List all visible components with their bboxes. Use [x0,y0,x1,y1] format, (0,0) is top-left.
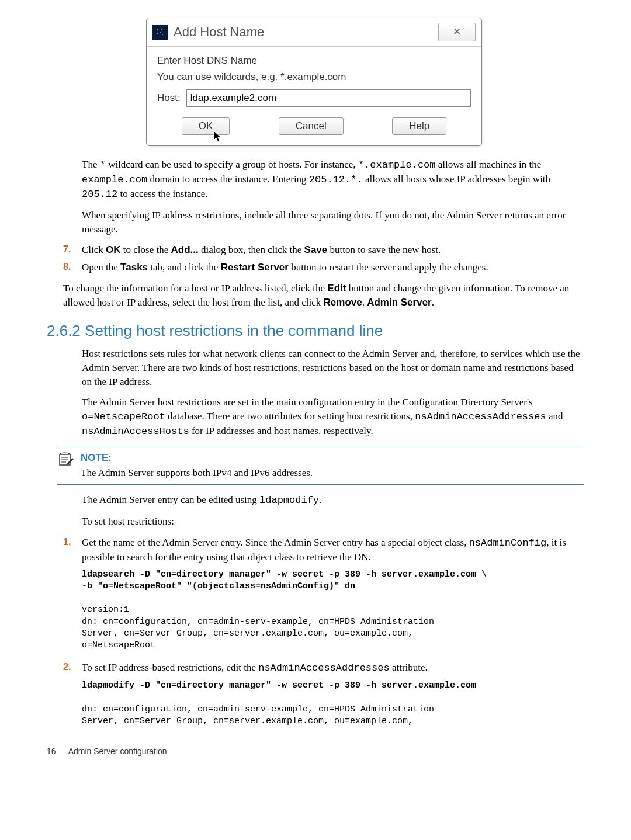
svg-point-4 [157,33,158,34]
footer-title: Admin Server configuration [68,747,167,756]
help-button[interactable]: Help [392,117,446,135]
text: To set IP address-based restrictions, ed… [82,662,258,673]
note-rule-bottom [57,484,584,485]
note-label: NOTE: [81,451,313,465]
step-number: 8. [63,261,82,275]
steps-list: 7. Click OK to close the Add... dialog b… [63,243,584,275]
host-input[interactable] [186,89,471,107]
code-text: nsAdminAccessAddresses [415,411,546,422]
text: database. There are two attributes for s… [165,411,415,422]
text: The [82,159,100,170]
code-plain: version:1 dn: cn=configuration, cn=admin… [82,605,434,650]
ok-button[interactable]: OK [182,117,230,135]
bold-text: Edit [327,283,346,294]
cancel-rest: ancel [303,120,327,131]
paragraph-edit-remove: To change the information for a host or … [63,282,584,310]
dialog-instruction-1: Enter Host DNS Name [157,54,471,68]
code-text: 205.12.*. [309,174,363,185]
paragraph-host-restrictions: Host restrictions sets rules for what ne… [82,347,584,388]
step-8: 8. Open the Tasks tab, and click the Res… [63,261,584,275]
numbered-step-1: 1. Get the name of the Admin Server entr… [63,536,584,656]
step-text: Open the Tasks tab, and click the Restar… [82,261,584,275]
code-text: o=NetscapeRoot [82,411,165,422]
paragraph-wildcard: The * wildcard can be used to specify a … [82,158,584,201]
text: button to save the new host. [327,244,441,255]
code-bold: ldapmodify -D "cn=directory manager" -w … [82,681,476,690]
host-label: Host: [157,91,181,105]
text: attribute. [390,662,428,673]
cancel-button[interactable]: Cancel [279,117,344,135]
text: domain to access the instance. Entering [147,173,309,185]
code-text: nsAdminAccessAddresses [258,662,389,674]
bold-text: Add... [171,244,199,255]
help-mnemonic: H [409,120,416,131]
ok-mnemonic: O [199,120,206,131]
text: . [362,297,367,308]
paragraph-to-set: To set host restrictions: [82,515,584,529]
page-footer: 16 Admin Server configuration [47,746,584,758]
note-block: NOTE: The Admin Server supports both IPv… [57,447,584,485]
note-text: The Admin Server supports both IPv4 and … [81,466,313,480]
text: button to restart the server and apply t… [289,262,488,273]
step-number: 7. [63,243,82,257]
text: dialog box, then click the [199,244,304,255]
text: tab, and click the [148,262,221,273]
svg-point-3 [160,32,161,33]
numbered-step-2: 2. To set IP address-based restrictions,… [63,661,584,732]
text: allows all hosts whose IP addresses begi… [363,173,550,185]
bold-text: Save [304,244,328,255]
text: to access the instance. [117,188,207,199]
code-text: example.com [82,174,147,185]
section-heading: 2.6.2 Setting host restrictions in the c… [47,320,584,341]
bold-text: Admin Server [367,297,432,308]
text: Click [82,244,106,255]
code-text: ldapmodify [259,495,319,506]
paragraph-ip-note: When specifying IP address restrictions,… [82,209,584,237]
step-number: 2. [63,661,82,732]
code-bold: ldapsearch -D "cn=directory manager" -w … [82,570,487,591]
text: . [432,297,434,308]
text: wildcard can be used to specify a group … [106,159,358,170]
text: Open the [82,262,120,273]
close-button[interactable]: ✕ [438,23,476,41]
bold-text: Tasks [120,262,148,273]
code-text: nsAdminConfig [469,537,547,549]
numbered-list: 1. Get the name of the Admin Server entr… [63,536,584,732]
dialog-titlebar: Add Host Name ✕ [147,18,481,47]
svg-point-5 [162,34,163,35]
code-block-2: ldapmodify -D "cn=directory manager" -w … [82,680,584,727]
dialog-body: Enter Host DNS Name You can use wildcard… [147,47,481,146]
code-plain: dn: cn=configuration, cn=admin-serv-exam… [82,704,434,726]
code-text: 205.12 [82,189,117,200]
bold-text: OK [106,244,121,255]
step-text: Click OK to close the Add... dialog box,… [82,243,584,257]
note-rule-top [57,447,584,447]
ok-rest: K [206,120,213,131]
text: for IP addresses and host names, respect… [189,425,373,436]
paragraph-config-entry: The Admin Server host restrictions are s… [82,395,584,438]
dialog-title: Add Host Name [174,23,438,41]
page-number: 16 [47,747,56,756]
step-7: 7. Click OK to close the Add... dialog b… [63,243,584,257]
text: Get the name of the Admin Server entry. … [82,537,469,548]
code-text: *.example.com [358,159,436,171]
note-icon [57,451,81,480]
code-text: * [100,159,106,171]
svg-point-1 [157,29,158,30]
step-number: 1. [63,536,82,656]
paragraph-ldapmodify: The Admin Server entry can be edited usi… [82,493,584,508]
bold-text: Remove [324,297,362,308]
text: The Admin Server entry can be edited usi… [82,494,259,505]
dialog-instruction-2: You can use wildcards, e.g. *.example.co… [157,70,471,84]
code-block-1: ldapsearch -D "cn=directory manager" -w … [82,569,584,652]
text: allows all machines in the [436,159,542,170]
add-host-dialog: Add Host Name ✕ Enter Host DNS Name You … [146,18,482,146]
cancel-mnemonic: C [296,120,303,131]
text: . [319,494,321,505]
bold-text: Restart Server [221,262,289,273]
text: to close the [121,244,171,255]
text: The Admin Server host restrictions are s… [82,397,533,408]
text: and [546,411,563,422]
code-text: nsAdminAccessHosts [82,426,189,437]
svg-point-2 [161,29,162,30]
